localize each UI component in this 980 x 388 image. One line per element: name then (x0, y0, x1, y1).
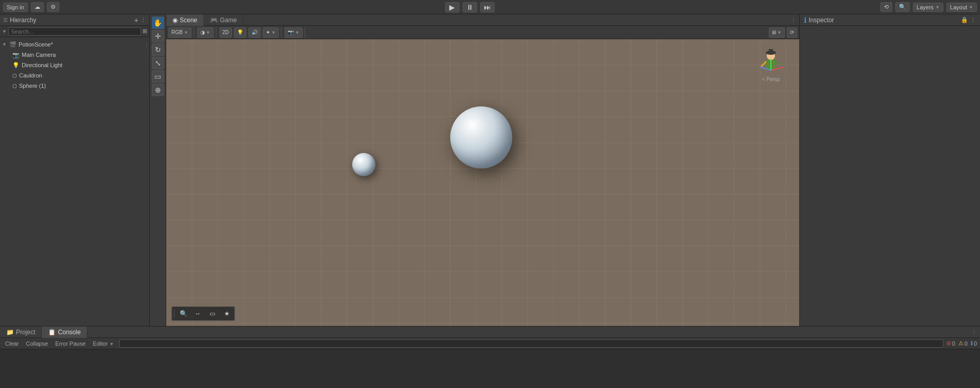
toolbar-display-group: RGB ▼ (168, 27, 194, 38)
sphere-large-object[interactable] (450, 106, 512, 168)
layout-dropdown-arrow: ▼ (969, 5, 973, 10)
tool-move[interactable]: ✛ (152, 30, 164, 42)
toolbar-audio-button[interactable]: 🔊 (248, 27, 261, 38)
hierarchy-arrow-button[interactable]: ▼ (2, 29, 7, 34)
layout-label: Layout (950, 4, 967, 10)
mini-toolbar-star[interactable]: ★ (220, 308, 233, 319)
scene-gizmo[interactable]: < Persp (753, 44, 789, 86)
console-editor-arrow: ▼ (109, 342, 114, 347)
play-button[interactable]: ▶ (445, 2, 460, 12)
svg-line-4 (762, 62, 766, 66)
console-tab-icon: 📋 (48, 329, 56, 336)
bottom-area: 📁 Project 📋 Console ⋮ Clear Collapse Err… (0, 326, 980, 388)
hierarchy-item-cauldron[interactable]: ⬡ Cauldron (0, 70, 149, 81)
scene-tab-options[interactable]: ⋮ (791, 17, 796, 23)
svg-line-5 (776, 62, 780, 64)
hierarchy-title: Hierarchy (10, 17, 132, 24)
console-counts: ⊘ 0 ⚠ 0 ℹ 0 (946, 340, 977, 347)
left-tools-panel: ✋ ✛ ↻ ⤡ ▭ ⊕ (150, 14, 166, 326)
fx-icon: ✦ (266, 29, 270, 35)
hierarchy-item-potionscene[interactable]: ▼ 🎬 PotionScene* ⋮ (0, 39, 149, 50)
top-bar-center: ▶ ⏸ ⏭ (64, 2, 876, 12)
console-collapse-button[interactable]: Collapse (24, 340, 50, 347)
scene-tab-scene-icon: ◉ (172, 17, 178, 24)
log-icon: ℹ (971, 340, 973, 347)
audio-icon: 🔊 (251, 29, 258, 35)
pause-button[interactable]: ⏸ (463, 2, 477, 12)
sphere-small-object[interactable] (352, 153, 375, 176)
toolbar-light-button[interactable]: 💡 (234, 27, 246, 38)
mini-toolbar-rect[interactable]: ▭ (206, 308, 219, 319)
tool-transform[interactable]: ⊕ (152, 84, 164, 96)
hierarchy-search-input[interactable] (8, 27, 141, 36)
scene-tab-game[interactable]: 🎮 Game (204, 14, 244, 26)
console-content (0, 349, 980, 388)
console-clear-button[interactable]: Clear (3, 340, 21, 347)
toolbar-shading-dropdown[interactable]: ◑ ▼ (197, 27, 214, 38)
sphere-icon: ⬡ (12, 83, 17, 89)
gizmos-dropdown-arrow: ▼ (777, 30, 782, 35)
toolbar-gizmos-button[interactable]: ⊞ ▼ (769, 27, 785, 38)
toolbar-camera-button[interactable]: 📷 ▼ (284, 27, 303, 38)
tool-scale[interactable]: ⤡ (152, 57, 164, 69)
history-button[interactable]: ⟲ (880, 2, 892, 12)
console-log-count: ℹ 0 (971, 340, 977, 347)
search-button[interactable]: 🔍 (895, 2, 910, 12)
scene-grid-overlay (166, 39, 799, 326)
hierarchy-view-button[interactable]: ⊞ (143, 28, 147, 35)
toolbar-display-dropdown[interactable]: RGB ▼ (168, 27, 192, 38)
step-button[interactable]: ⏭ (480, 2, 495, 12)
settings-button[interactable]: ⚙ (47, 2, 59, 12)
cloud-button[interactable]: ☁ (31, 2, 44, 12)
hierarchy-toolbar: ▼ ⊞ (0, 26, 149, 37)
layout-dropdown[interactable]: Layout ▼ (946, 3, 977, 12)
potionscene-label: PotionScene* (19, 41, 53, 48)
fx-dropdown-arrow: ▼ (271, 30, 276, 35)
mini-toolbar-nav[interactable]: ↔ (191, 308, 204, 319)
toolbar-2d-button[interactable]: 2D (219, 27, 232, 38)
scene-toolbar: RGB ▼ ◑ ▼ 2D 💡 🔊 ✦ (166, 26, 799, 39)
toolbar-persp-button[interactable]: ⟳ (787, 27, 797, 38)
toolbar-fx-button[interactable]: ✦ ▼ (263, 27, 279, 38)
console-error-count: ⊘ 0 (946, 340, 955, 347)
console-toolbar: Clear Collapse Error Pause Editor ▼ ⊘ 0 … (0, 338, 980, 349)
signin-button[interactable]: Sign in (3, 3, 28, 12)
gizmo-svg (755, 44, 786, 75)
console-errorpause-button[interactable]: Error Pause (53, 340, 88, 347)
maincamera-label: Main Camera (22, 52, 56, 58)
directionallight-label: Directional Light (22, 62, 62, 68)
tool-rotate[interactable]: ↻ (152, 43, 164, 56)
tool-rect[interactable]: ▭ (152, 70, 164, 83)
inspector-content (800, 26, 980, 326)
log-count-value: 0 (974, 340, 977, 347)
bottom-tab-options[interactable]: ⋮ (971, 329, 977, 335)
layers-dropdown-arrow: ▼ (935, 5, 940, 10)
bottom-tab-console[interactable]: 📋 Console (42, 327, 87, 338)
console-search-input[interactable] (119, 339, 943, 348)
layers-dropdown[interactable]: Layers ▼ (913, 3, 943, 12)
console-editor-dropdown[interactable]: Editor ▼ (91, 340, 116, 347)
potionscene-options[interactable]: ⋮ (144, 42, 149, 48)
inspector-lock-button[interactable]: 🔒 (961, 17, 968, 23)
scene-tab-scene[interactable]: ◉ Scene (166, 14, 204, 26)
mini-toolbar-search[interactable]: 🔍 (177, 308, 190, 319)
hierarchy-item-maincamera[interactable]: 📷 Main Camera (0, 50, 149, 60)
inspector-options-button[interactable]: ⋮ (970, 17, 976, 23)
hierarchy-item-directionallight[interactable]: 💡 Directional Light (0, 60, 149, 70)
scene-tab-scene-label: Scene (180, 17, 197, 24)
inspector-title: Inspector (809, 17, 959, 24)
tool-hand[interactable]: ✋ (152, 17, 164, 29)
scene-viewport[interactable]: < Persp 🔍 ↔ ▭ ★ (166, 39, 799, 326)
bottom-tab-project[interactable]: 📁 Project (0, 327, 42, 338)
gizmo-persp-label: < Persp (762, 76, 780, 82)
hierarchy-add-button[interactable]: + (134, 16, 138, 24)
potionscene-icon: 🎬 (9, 41, 17, 48)
scene-light-icon: 💡 (237, 29, 243, 35)
camera-dropdown-arrow: ▼ (295, 30, 299, 35)
error-count-value: 0 (952, 340, 955, 347)
hierarchy-options-button[interactable]: ⋮ (140, 17, 146, 23)
cauldron-icon: ⬡ (12, 73, 17, 79)
hierarchy-item-sphere[interactable]: ⬡ Sphere (1) (0, 81, 149, 91)
toolbar-fx-group: ✦ ▼ (263, 27, 281, 38)
shading-dropdown-arrow: ▼ (206, 30, 211, 35)
